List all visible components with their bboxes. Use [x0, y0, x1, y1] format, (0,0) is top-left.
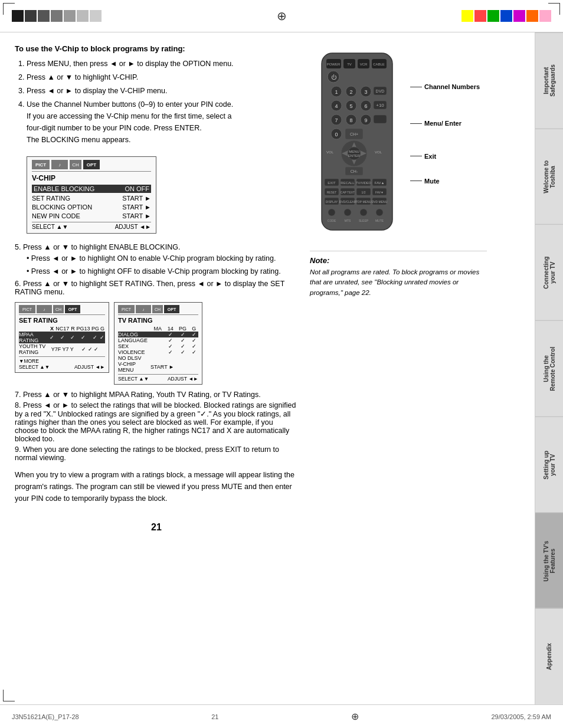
sidebar-tab-setting-up[interactable]: Setting upyour TV — [535, 417, 563, 513]
menu-icon-picture: PICT — [32, 160, 50, 169]
tv-vchip-menu-row: V-CHIP MENU START ► — [118, 361, 198, 373]
sidebar-tab-tvs-features[interactable]: Using the TV'sFeatures — [535, 513, 563, 609]
tv-sex-row: SEX ✓ ✓ ✓ — [118, 343, 198, 349]
svg-text:DISPLAY: DISPLAY — [326, 200, 338, 204]
sex-pg: ✓ — [176, 343, 190, 349]
note-text: Not all programs are rated. To block pro… — [310, 267, 487, 298]
svg-text:ENTER: ENTER — [348, 154, 361, 158]
sr-icon-audio: ♪ — [37, 305, 52, 313]
svg-text:SLEEP: SLEEP — [359, 219, 369, 222]
set-rating-value: START ► — [122, 195, 151, 202]
set-rating-footer: ▼MORE — [19, 356, 105, 364]
svg-text:DVD MENU: DVD MENU — [372, 200, 388, 204]
swatch-r5 — [513, 10, 525, 22]
svg-text:1: 1 — [335, 89, 338, 95]
svg-point-75 — [344, 209, 351, 216]
menu-icon-option: OPT — [83, 160, 100, 169]
set-rating-box: PICT ♪ CH OPT SET RATING X NC17 R PG13 — [15, 302, 109, 373]
mpaa-row: MPAARATING ✓ ✓ ✓ ✓ ✓ ✓ — [19, 332, 105, 343]
col-empty — [19, 326, 50, 332]
sidebar-tab-welcome-toshiba[interactable]: Welcome toToshiba — [535, 129, 563, 225]
set-rating-header: PICT ♪ CH OPT — [19, 305, 105, 315]
menu-row-new-pin: NEW PIN CODE START ► — [32, 212, 151, 220]
menu-icon-ch: CH — [70, 160, 81, 169]
mute-text: Mute — [424, 178, 440, 185]
svg-text:EXIT: EXIT — [328, 181, 336, 185]
svg-point-74 — [328, 209, 335, 216]
label-line-exit — [410, 156, 422, 156]
menu-footer: SELECT ▲▼ ADJUST ◄► — [32, 222, 151, 230]
swatch-r7 — [539, 10, 551, 22]
language-14: ✓ — [165, 337, 176, 343]
top-bar: ⊕ — [0, 0, 563, 32]
youth-tv-label: YOUTH TVRATING — [19, 343, 50, 355]
footer-adjust: ADJUST ◄► — [115, 224, 151, 230]
mute-label: Mute — [410, 178, 480, 185]
svg-text:CODE: CODE — [328, 219, 336, 222]
svg-text:5: 5 — [349, 103, 352, 109]
step-1: Press MENU, then press ◄ or ► to display… — [27, 58, 298, 70]
svg-text:4: 4 — [335, 103, 338, 109]
vchip-menu-box: PICT ♪ CH OPT V-CHIP ENABLE BLOCKING ON … — [27, 156, 156, 234]
bottom-left-text: J3N51621A(E)_P17-28 — [12, 713, 79, 720]
svg-text:CAP TEXT: CAP TEXT — [341, 191, 355, 194]
menu-row-enable: ENABLE BLOCKING ON OFF — [32, 185, 151, 193]
svg-text:TOP MENU: TOP MENU — [356, 200, 372, 204]
exit-label: Exit — [410, 153, 480, 160]
vchip-menu-val: START ► — [150, 361, 198, 373]
sidebar-tab-appendix[interactable]: Appendix — [535, 608, 563, 704]
svg-text:VOL: VOL — [375, 150, 382, 154]
dialog-ma — [150, 332, 165, 337]
mpaa-pg: ✓ — [91, 332, 100, 343]
menu-row-set-rating: SET RATING START ► — [32, 194, 151, 202]
nodlsv-pg — [176, 355, 190, 361]
svg-text:POWER: POWER — [327, 63, 341, 66]
svg-point-76 — [360, 209, 367, 216]
remote-svg-container: POWER TV VCR CABLE ⏻ 1 2 — [310, 50, 404, 239]
svg-point-77 — [376, 209, 383, 216]
tv-icon-audio: ♪ — [136, 305, 151, 313]
step-5: 5. Press ▲ or ▼ to highlight ENABLE BLOC… — [15, 243, 298, 251]
sr-icon-pict: PICT — [19, 305, 35, 313]
tv-footer-adjust: ADJUST ◄► — [168, 376, 198, 382]
sex-ma — [150, 343, 165, 349]
svg-text:9: 9 — [364, 117, 367, 123]
dialog-pg: ✓ — [176, 332, 190, 337]
language-ma — [150, 337, 165, 343]
svg-text:2: 2 — [349, 89, 352, 95]
sidebar-tab-remote-control[interactable]: Using theRemote Control — [535, 320, 563, 417]
menu-enter-label: Menu/ Enter — [410, 119, 480, 127]
set-rating-col-headers: X NC17 R PG13 PG G — [19, 326, 105, 332]
tv-col-headers: MA 14 PG G — [118, 326, 198, 332]
violence-ma — [150, 349, 165, 355]
set-rating-title: SET RATING — [19, 317, 105, 324]
svg-text:+10: +10 — [376, 103, 384, 108]
remote-control-svg: POWER TV VCR CABLE ⏻ 1 2 — [310, 50, 404, 239]
sex-g: ✓ — [189, 343, 198, 349]
svg-text:TV/VIDEO: TV/VIDEO — [356, 181, 371, 185]
violence-label: VIOLENCE — [118, 349, 150, 355]
svg-text:8: 8 — [349, 117, 352, 123]
step-5-bullet-2: Press ◄ or ► to highlight OFF to disable… — [15, 265, 298, 277]
col-nc17: NC17 — [55, 326, 70, 332]
new-pin-value: START ► — [122, 212, 151, 219]
vchip-menu-label: V-CHIP MENU — [118, 361, 150, 373]
step-5-bullet-1: Press ◄ or ► to highlight ON to enable V… — [15, 252, 298, 264]
sr-icon-ch: CH — [53, 305, 64, 313]
swatch-r4 — [500, 10, 512, 22]
mpaa-pg13: ✓ — [76, 332, 91, 343]
label-line-mute — [410, 181, 422, 181]
svg-text:FAV▼: FAV▼ — [375, 191, 384, 194]
nodlsv-label: NO DLSV — [118, 355, 150, 361]
swatch-r1 — [461, 10, 473, 22]
bottom-center-text: 21 — [211, 713, 218, 720]
violence-14: ✓ — [165, 349, 176, 355]
rating-boxes-row: PICT ♪ CH OPT SET RATING X NC17 R PG13 — [15, 302, 298, 385]
tv-icon-pict: PICT — [118, 305, 135, 313]
nodlsv-g — [189, 355, 198, 361]
blocking-option-label: BLOCKING OPTION — [32, 204, 92, 211]
step-9: 9. When you are done selecting the ratin… — [15, 445, 298, 462]
sidebar-tab-important-safeguards[interactable]: ImportantSafeguards — [535, 32, 563, 129]
sidebar-tab-connecting-tv[interactable]: Connectingyour TV — [535, 224, 563, 320]
tv-rating-header: PICT ♪ CH OPT — [118, 305, 198, 315]
